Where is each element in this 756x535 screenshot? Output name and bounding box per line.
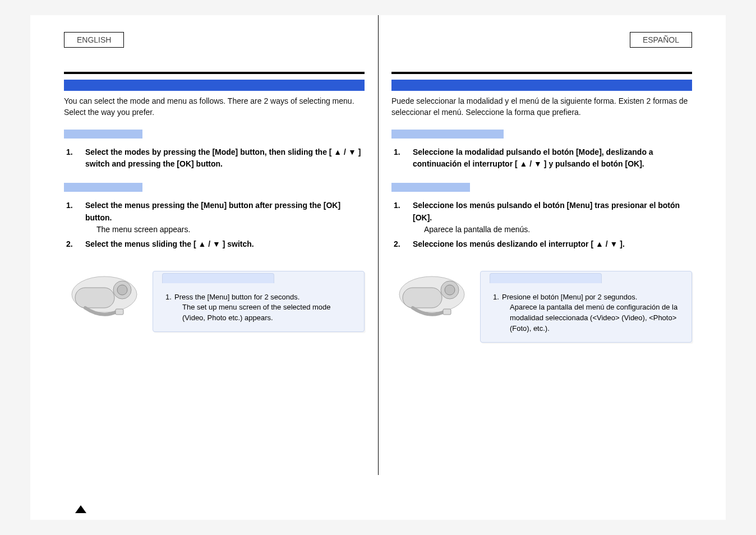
column-spanish: ESPAÑOL Introducción Puede seleccionar l… xyxy=(378,32,698,520)
menu-step-1-en: Select the menus pressing the [Menu] but… xyxy=(66,200,365,236)
tip-box-es: Presione el botón [Menu] por 2 segundos.… xyxy=(480,271,692,343)
menu-step-1-es: Seleccione los menús pulsando el botón [… xyxy=(394,200,692,236)
mode-step-1-en: Select the modes by pressing the [Mode] … xyxy=(66,146,365,170)
tip-tab-en xyxy=(162,273,274,283)
tip-block-en: Press the [Menu] button for 2 seconds. T… xyxy=(64,271,365,332)
tip-step-1-es: Presione el botón [Menu] por 2 segundos.… xyxy=(493,292,681,334)
page-arrow-icon xyxy=(75,505,86,513)
menu-list-es: Seleccione los menús pulsando el botón [… xyxy=(394,200,692,251)
tip-tab-es xyxy=(490,273,602,283)
svg-point-3 xyxy=(117,285,127,295)
camera-illustration-en xyxy=(64,271,142,324)
tip-box-en: Press the [Menu] button for 2 seconds. T… xyxy=(153,271,365,332)
tip-block-es: Presione el botón [Menu] por 2 segundos.… xyxy=(391,271,692,343)
mode-list-es: Seleccione la modalidad pulsando el botó… xyxy=(394,146,692,170)
menu-subhead-es xyxy=(391,183,470,192)
intro-en: You can select the mode and menu as foll… xyxy=(64,95,365,118)
menu-step-2-en: Select the menus sliding the [ ▲ / ▼ ] s… xyxy=(66,238,365,251)
menu-list-en: Select the menus pressing the [Menu] but… xyxy=(66,200,365,251)
camera-illustration-es xyxy=(391,271,470,324)
blue-heading-es xyxy=(391,80,692,91)
svg-rect-6 xyxy=(403,288,442,308)
intro-es: Puede seleccionar la modalidad y el menú… xyxy=(391,95,692,118)
blue-heading-en xyxy=(64,80,365,91)
svg-rect-1 xyxy=(75,288,114,308)
language-label-es: ESPAÑOL xyxy=(630,32,692,48)
rule-en xyxy=(64,72,365,74)
menu-step-2-es: Seleccione los menús deslizando el inter… xyxy=(394,238,692,251)
mode-list-en: Select the modes by pressing the [Mode] … xyxy=(66,146,365,170)
tip-step-1-sub-en: The set up menu screen of the selected m… xyxy=(174,302,354,324)
mode-subhead-es xyxy=(391,130,504,139)
column-english: ENGLISH Getting Started You can select t… xyxy=(58,32,378,520)
tip-step-1-text-en: Press the [Menu] button for 2 seconds. xyxy=(174,293,299,301)
language-label-en: ENGLISH xyxy=(64,32,124,48)
svg-rect-9 xyxy=(443,309,451,315)
menu-step-1-text-es: Seleccione los menús pulsando el botón [… xyxy=(413,201,680,222)
tip-step-1-text-es: Presione el botón [Menu] por 2 segundos. xyxy=(502,293,637,301)
menu-step-1-sub-en: The menu screen appears. xyxy=(85,224,365,236)
menu-subhead-en xyxy=(64,183,142,192)
tip-step-1-sub-es: Aparece la pantalla del menú de configur… xyxy=(502,302,681,334)
menu-step-1-text-en: Select the menus pressing the [Menu] but… xyxy=(85,201,340,222)
tip-step-1-en: Press the [Menu] button for 2 seconds. T… xyxy=(165,292,354,324)
mode-step-1-es: Seleccione la modalidad pulsando el botó… xyxy=(394,146,692,170)
mode-subhead-en xyxy=(64,130,142,139)
svg-rect-4 xyxy=(116,309,123,315)
svg-point-8 xyxy=(445,285,455,295)
menu-step-1-sub-es: Aparece la pantalla de menús. xyxy=(413,224,692,236)
rule-es xyxy=(391,72,692,74)
